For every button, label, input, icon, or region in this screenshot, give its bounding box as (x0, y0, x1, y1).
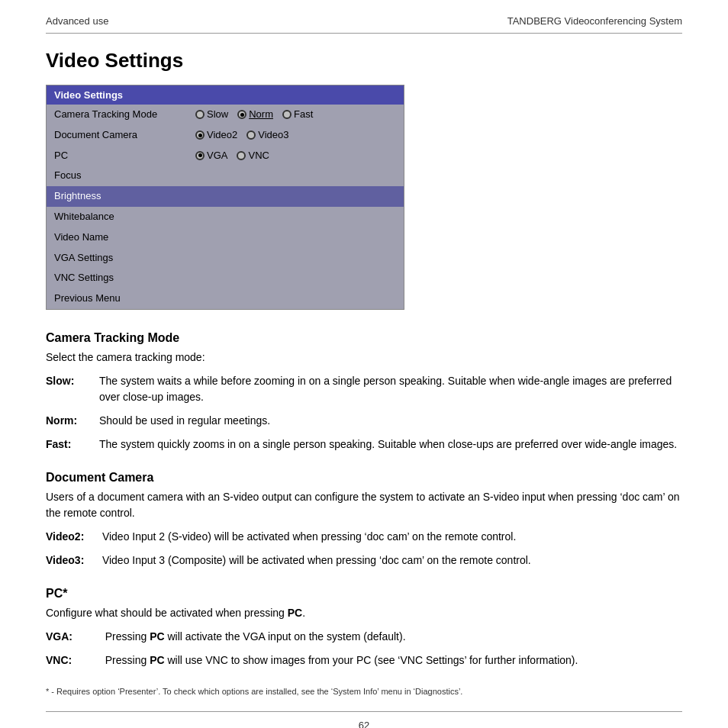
term-desc-fast: The system quickly zooms in on a single … (99, 436, 682, 453)
menu-row-video-name[interactable]: Video Name (47, 227, 404, 248)
menu-label-video-name: Video Name (54, 230, 195, 246)
term-label-fast: Fast: (46, 436, 99, 453)
label-video2: Video2 (207, 127, 237, 143)
menu-row-focus[interactable]: Focus (47, 166, 404, 186)
label-video3: Video3 (258, 127, 288, 143)
term-label-vnc: VNC: (46, 652, 99, 668)
label-fast: Fast (294, 107, 313, 123)
page-title: Video Settings (46, 49, 682, 72)
term-desc-video2: Video Input 2 (S-video) will be activate… (99, 529, 682, 545)
term-slow: Slow: The system waits a while before zo… (46, 373, 682, 405)
term-video3: Video3: Video Input 3 (Composite) will b… (46, 552, 682, 569)
menu-row-document-camera[interactable]: Document Camera Video2 Video3 (47, 125, 404, 146)
label-norm: Norm (249, 107, 273, 123)
option-slow[interactable]: Slow (195, 107, 228, 123)
radio-vnc (237, 151, 246, 160)
radio-fast (282, 110, 292, 119)
section-heading-camera-tracking: Camera Tracking Mode (46, 331, 682, 345)
menu-row-vnc-settings[interactable]: VNC Settings (47, 268, 404, 288)
menu-row-camera-tracking[interactable]: Camera Tracking Mode Slow Norm Fast (47, 105, 404, 125)
menu-label-focus: Focus (54, 168, 195, 184)
menu-label-previous-menu: Previous Menu (54, 291, 195, 307)
menu-row-previous-menu[interactable]: Previous Menu (47, 288, 404, 309)
page-wrapper: Advanced use TANDBERG Videoconferencing … (0, 0, 728, 728)
option-fast[interactable]: Fast (282, 107, 313, 123)
header-center: TANDBERG Videoconferencing System (507, 15, 682, 27)
footnote: * - Requires option ‘Presenter’. To chec… (46, 687, 682, 696)
option-video3[interactable]: Video3 (246, 127, 288, 143)
page-number: 62 (359, 720, 369, 728)
menu-label-document-camera: Document Camera (54, 127, 195, 143)
radio-video3 (246, 130, 256, 140)
term-desc-vnc: Pressing PC will use VNC to show images … (99, 652, 682, 668)
section-intro-document-camera: Users of a document camera with an S-vid… (46, 489, 682, 521)
term-video2: Video2: Video Input 2 (S-video) will be … (46, 529, 682, 545)
term-label-video2: Video2: (46, 529, 99, 545)
menu-body: Camera Tracking Mode Slow Norm Fast (47, 105, 404, 309)
menu-label-whitebalance: Whitebalance (54, 209, 195, 225)
menu-box: Video Settings Camera Tracking Mode Slow… (46, 85, 404, 310)
camera-tracking-options: Slow Norm Fast (195, 107, 313, 123)
menu-label-brightness: Brightness (54, 188, 195, 205)
header-left: Advanced use (46, 15, 108, 27)
option-vga[interactable]: VGA (195, 148, 227, 164)
document-camera-options: Video2 Video3 (195, 127, 289, 143)
menu-row-pc[interactable]: PC VGA VNC (47, 146, 404, 166)
section-intro-pc: Configure what should be activated when … (46, 605, 682, 621)
option-norm[interactable]: Norm (237, 107, 273, 123)
menu-row-whitebalance[interactable]: Whitebalance (47, 207, 404, 227)
section-heading-pc: PC* (46, 587, 682, 601)
menu-label-vnc-settings: VNC Settings (54, 270, 195, 286)
section-document-camera: Document Camera Users of a document came… (46, 471, 682, 569)
radio-norm (237, 110, 246, 119)
term-label-video3: Video3: (46, 552, 99, 569)
term-vnc: VNC: Pressing PC will use VNC to show im… (46, 652, 682, 668)
radio-vga (195, 151, 205, 160)
term-desc-slow: The system waits a while before zooming … (99, 373, 682, 405)
pc-options: VGA VNC (195, 148, 269, 164)
section-camera-tracking: Camera Tracking Mode Select the camera t… (46, 331, 682, 453)
menu-label-vga-settings: VGA Settings (54, 250, 195, 266)
term-desc-video3: Video Input 3 (Composite) will be activa… (99, 552, 682, 569)
label-vnc: VNC (248, 148, 269, 164)
term-desc-norm: Should be used in regular meetings. (99, 413, 682, 429)
term-label-slow: Slow: (46, 373, 99, 405)
top-bar: Advanced use TANDBERG Videoconferencing … (46, 15, 682, 34)
bottom-bar: 62 (46, 711, 682, 728)
menu-header: Video Settings (47, 85, 404, 105)
menu-row-vga-settings[interactable]: VGA Settings (47, 248, 404, 269)
label-vga: VGA (207, 148, 227, 164)
section-pc: PC* Configure what should be activated w… (46, 587, 682, 668)
menu-row-brightness[interactable]: Brightness (47, 186, 404, 207)
section-heading-document-camera: Document Camera (46, 471, 682, 485)
option-vnc[interactable]: VNC (237, 148, 269, 164)
radio-video2 (195, 130, 205, 140)
term-desc-vga: Pressing PC will activate the VGA input … (99, 629, 682, 645)
option-video2[interactable]: Video2 (195, 127, 237, 143)
section-intro-camera-tracking: Select the camera tracking mode: (46, 350, 682, 366)
menu-label-camera-tracking: Camera Tracking Mode (54, 107, 195, 123)
term-label-vga: VGA: (46, 629, 99, 645)
term-fast: Fast: The system quickly zooms in on a s… (46, 436, 682, 453)
radio-slow (195, 110, 205, 119)
term-vga: VGA: Pressing PC will activate the VGA i… (46, 629, 682, 645)
label-slow: Slow (207, 107, 228, 123)
menu-label-pc: PC (54, 148, 195, 164)
term-norm: Norm: Should be used in regular meetings… (46, 413, 682, 429)
term-label-norm: Norm: (46, 413, 99, 429)
